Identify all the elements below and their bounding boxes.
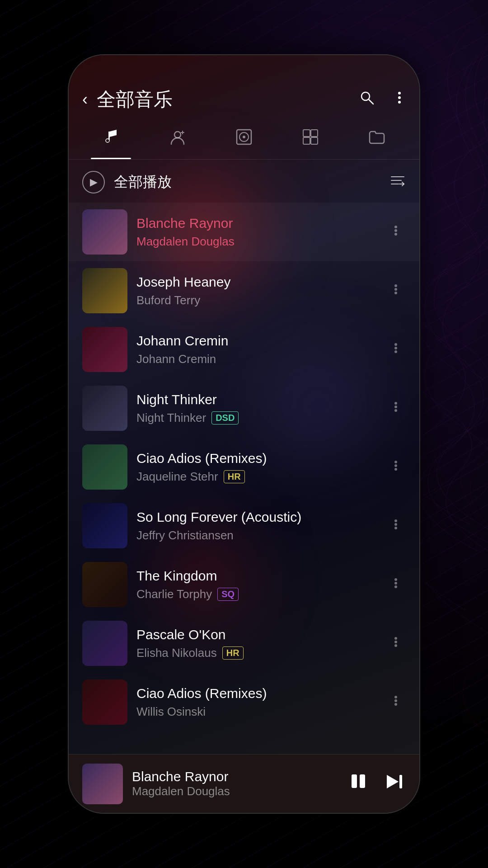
song-more-button[interactable] xyxy=(386,276,406,306)
song-info: Ciao Adios (Remixes) Willis Osinski xyxy=(136,686,377,719)
song-artist-name: Magdalen Douglas xyxy=(136,235,235,249)
song-item[interactable]: The Kingdom Charlie Torphy SQ xyxy=(69,555,419,614)
song-thumb xyxy=(82,268,127,313)
svg-line-1 xyxy=(369,99,373,104)
song-artist-name: Night Thinker xyxy=(136,411,206,425)
now-playing-thumb xyxy=(82,764,123,804)
svg-marker-46 xyxy=(387,775,399,788)
song-artist-name: Elisha Nikolaus xyxy=(136,646,217,660)
svg-rect-9 xyxy=(303,130,310,137)
svg-point-38 xyxy=(394,637,397,640)
song-info: Night Thinker Night Thinker DSD xyxy=(136,392,377,425)
song-thumb xyxy=(82,444,127,490)
song-item[interactable]: Johann Cremin Johann Cremin xyxy=(69,320,419,379)
tab-music[interactable] xyxy=(78,121,144,159)
svg-rect-47 xyxy=(399,775,402,788)
song-more-button[interactable] xyxy=(386,687,406,717)
now-playing-title: Blanche Raynor xyxy=(132,769,338,784)
search-button[interactable] xyxy=(359,90,375,110)
svg-point-33 xyxy=(394,523,397,526)
song-thumb xyxy=(82,621,127,666)
svg-point-19 xyxy=(394,233,397,236)
svg-point-22 xyxy=(394,292,397,294)
svg-point-41 xyxy=(394,696,397,698)
song-info: Johann Cremin Johann Cremin xyxy=(136,333,377,366)
song-more-button[interactable] xyxy=(386,511,406,541)
song-more-button[interactable] xyxy=(386,217,406,247)
quality-badge: DSD xyxy=(211,411,239,425)
song-info: Ciao Adios (Remixes) Jaqueline Stehr HR xyxy=(136,451,377,484)
header: ‹ 全部音乐 xyxy=(69,82,419,121)
music-icon xyxy=(102,128,120,150)
svg-point-20 xyxy=(394,284,397,287)
song-item[interactable]: Ciao Adios (Remixes) Jaqueline Stehr HR xyxy=(69,438,419,496)
more-button[interactable] xyxy=(393,90,406,110)
song-item[interactable]: So Long Forever (Acoustic) Jeffry Christ… xyxy=(69,496,419,555)
svg-point-17 xyxy=(394,226,397,228)
artist-icon xyxy=(169,128,187,150)
song-thumb xyxy=(82,209,127,255)
song-title: So Long Forever (Acoustic) xyxy=(136,509,377,525)
pause-button[interactable] xyxy=(347,770,370,798)
tab-folder[interactable] xyxy=(344,121,410,159)
play-all-bar: ▶ 全部播放 xyxy=(69,164,419,200)
song-more-button[interactable] xyxy=(386,335,406,365)
song-item[interactable]: Pascale O'Kon Elisha Nikolaus HR xyxy=(69,614,419,673)
sort-button[interactable] xyxy=(389,172,406,193)
svg-point-31 xyxy=(394,468,397,471)
svg-point-28 xyxy=(394,409,397,412)
song-item[interactable]: Blanche Raynor Magdalen Douglas xyxy=(69,203,419,261)
song-list: Blanche Raynor Magdalen Douglas Joseph H… xyxy=(69,203,419,754)
svg-rect-11 xyxy=(303,137,310,144)
svg-point-4 xyxy=(398,101,401,104)
song-more-button[interactable] xyxy=(386,452,406,482)
song-artist-row: Johann Cremin xyxy=(136,352,377,366)
svg-point-21 xyxy=(394,288,397,291)
song-item[interactable]: Joseph Heaney Buford Terry xyxy=(69,261,419,320)
quality-badge: HR xyxy=(222,646,244,660)
tab-artist[interactable] xyxy=(144,121,211,159)
song-artist-row: Buford Terry xyxy=(136,293,377,307)
nav-tabs xyxy=(69,121,419,160)
svg-point-26 xyxy=(394,402,397,405)
song-item[interactable]: Night Thinker Night Thinker DSD xyxy=(69,379,419,438)
song-title: Pascale O'Kon xyxy=(136,627,377,642)
song-info: So Long Forever (Acoustic) Jeffry Christ… xyxy=(136,509,377,542)
song-item[interactable]: Ciao Adios (Remixes) Willis Osinski xyxy=(69,673,419,731)
song-artist-row: Charlie Torphy SQ xyxy=(136,587,377,601)
status-bar xyxy=(69,55,419,82)
tab-playlist[interactable] xyxy=(277,121,344,159)
svg-point-36 xyxy=(394,582,397,585)
svg-point-18 xyxy=(394,229,397,232)
page-title: 全部音乐 xyxy=(97,87,350,112)
back-button[interactable]: ‹ xyxy=(82,90,88,109)
song-info: Pascale O'Kon Elisha Nikolaus HR xyxy=(136,627,377,660)
now-playing-bar[interactable]: Blanche Raynor Magdalen Douglas xyxy=(69,754,419,813)
song-title: Ciao Adios (Remixes) xyxy=(136,451,377,466)
play-all-button[interactable]: ▶ xyxy=(82,171,105,193)
next-button[interactable] xyxy=(383,770,406,797)
svg-point-43 xyxy=(394,703,397,706)
song-title: Night Thinker xyxy=(136,392,377,407)
song-more-button[interactable] xyxy=(386,570,406,600)
svg-rect-45 xyxy=(360,774,365,788)
song-title: Joseph Heaney xyxy=(136,274,377,290)
svg-rect-12 xyxy=(311,137,318,144)
song-more-button[interactable] xyxy=(386,628,406,659)
song-thumb xyxy=(82,503,127,548)
song-thumb xyxy=(82,327,127,372)
song-title: Johann Cremin xyxy=(136,333,377,349)
folder-icon xyxy=(368,128,386,150)
song-more-button[interactable] xyxy=(386,393,406,424)
now-playing-info: Blanche Raynor Magdalen Douglas xyxy=(132,769,338,798)
song-title: The Kingdom xyxy=(136,568,377,584)
svg-point-3 xyxy=(398,96,401,99)
svg-point-27 xyxy=(394,406,397,408)
playback-controls xyxy=(347,770,406,798)
svg-point-42 xyxy=(394,699,397,702)
song-artist-name: Charlie Torphy xyxy=(136,587,212,601)
song-artist-row: Jeffry Christiansen xyxy=(136,528,377,542)
tab-album[interactable] xyxy=(211,121,277,159)
quality-badge: SQ xyxy=(217,588,239,601)
song-artist-name: Johann Cremin xyxy=(136,352,216,366)
